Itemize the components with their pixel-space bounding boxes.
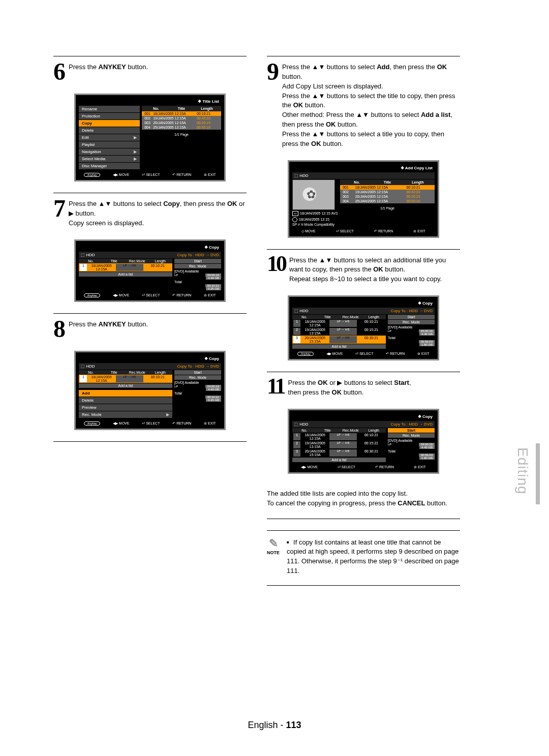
step-7: 7 Press the ▲▼ buttons to select Copy, t…: [53, 193, 247, 228]
step-10: 10 Press the ▲▼ buttons to select an add…: [267, 249, 460, 285]
anykey-icon: Anykey: [84, 293, 100, 297]
title-row: 00118/JAN/2005 12:15A00:10:21: [142, 111, 221, 116]
copy-row: 219/JAN/2005 13:15ALP → HS00:15:21: [292, 327, 386, 336]
note-text: If copy list contains at least one title…: [287, 538, 460, 576]
step-6-number: 6: [53, 61, 65, 82]
menu-edit: Edit▶: [79, 134, 140, 141]
add-a-list: Add a list: [292, 458, 386, 462]
page-indicator: 1/1 Page: [142, 133, 221, 136]
copy-header: No.TitleRec.ModeLength: [79, 259, 172, 263]
step-10-number: 10: [267, 254, 285, 274]
copy-row: 118/JAN/2005 12:15ALP → HS00:10:21: [292, 433, 386, 441]
step-8: 8 Press the ANYKEY button.: [53, 313, 247, 340]
recmode-button: Rec. Mode: [174, 375, 221, 380]
addcopy-row: 00118/JAN/2005 12:15A00:10:21: [340, 185, 435, 190]
page-footer: English - 113: [0, 720, 549, 731]
step-9: 9 Press the ▲▼ buttons to select Add, th…: [267, 56, 460, 149]
start-button: Start: [174, 259, 221, 263]
step-8-text: Press the ANYKEY button.: [69, 318, 148, 329]
menu-recmode: Rec. Mode▶: [79, 411, 172, 418]
step-6: 6 Press the ANYKEY button.: [53, 56, 247, 82]
screen-footer: Anykey ◀▶ MOVE ⏎ SELECT ↶ RETURN ⊘ EXIT: [79, 173, 221, 177]
step-11: 11 Press the OK or ▶ buttons to select S…: [267, 372, 460, 398]
screen-footer: Anykey ◀▶ MOVE ⏎ SELECT ↶ RETURN ⊘ EXIT: [79, 421, 221, 426]
menu-disc-manager: Disc Manager: [79, 163, 140, 169]
screen-title: Copy: [79, 244, 221, 252]
menu-select-media: Select Media▶: [79, 156, 140, 162]
menu-rename: Rename: [79, 106, 140, 112]
copy-screen-start: Copy ⬚ HDDCopy To : HDD → DVD No.TitleRe…: [288, 409, 439, 474]
start-button: Start: [388, 428, 435, 433]
screen-title: Add Copy List: [292, 165, 435, 172]
add-copy-list-screen: Add Copy List ⬚ HDD ▭18/JAN/2005 12:15 A…: [288, 160, 439, 238]
copy-row: 118/JAN/2005 12:15ALP → HS00:10:21: [292, 319, 386, 327]
copy-row: 320/JAN/2005 15:15ALP → HS00:30:21: [292, 449, 386, 457]
title-row: 00219/JAN/2005 12:15A00:40:03: [142, 116, 221, 120]
add-a-list: Add a list: [79, 383, 172, 388]
screen-title: Copy: [292, 300, 435, 308]
copy-header: No.TitleRec.ModeLength: [292, 428, 386, 433]
start-button: Start: [388, 315, 435, 319]
copy-header: No.TitleRec.ModeLength: [79, 370, 172, 375]
menu-navigation: Navigation▶: [79, 148, 140, 155]
add-a-list: Add a list: [79, 272, 172, 277]
recmode-button: Rec. Mode: [388, 433, 435, 438]
screen-footer: Anykey ◀▶ MOVE ⏎ SELECT ↶ RETURN ⊘ EXIT: [79, 293, 221, 297]
recmode-button: Rec. Mode: [174, 264, 221, 268]
step-9-number: 9: [267, 61, 278, 82]
thumbnail: [292, 179, 335, 210]
note-icon: ✎: [267, 538, 280, 549]
page-indicator: 1/1 Page: [340, 206, 435, 210]
menu-protection: Protection: [79, 113, 140, 119]
menu-add: Add: [79, 390, 172, 397]
note-block: ✎ NOTE If copy list contains at least on…: [267, 530, 460, 586]
note-label: NOTE: [267, 550, 280, 555]
section-tab: Editing: [514, 447, 531, 495]
anykey-icon: Anykey: [297, 352, 314, 356]
addcopy-row: 00219/JAN/2005 12:15A00:40:03: [340, 190, 435, 194]
menu-del: Delete: [79, 397, 172, 404]
menu-preview: Preview: [79, 404, 172, 411]
menu-copy: Copy: [79, 120, 140, 127]
copy-header: No.TitleRec.ModeLength: [292, 315, 386, 319]
step-11-text: Press the OK or ▶ buttons to select Star…: [288, 376, 411, 398]
anykey-icon: Anykey: [84, 173, 100, 177]
step-10-text: Press the ▲▼ buttons to select an additi…: [289, 254, 460, 285]
title-list-header: No.TitleLength: [142, 106, 221, 111]
start-button: Start: [174, 370, 221, 375]
addcopy-row: 00320/JAN/2005 12:15A00:20:15: [340, 194, 435, 199]
screen-title: Copy: [292, 413, 435, 421]
screen-footer: Anykey ◀▶ MOVE ⏎ SELECT ↶ RETURN ⊘ EXIT: [292, 352, 435, 356]
step-9-text: Press the ▲▼ buttons to select Add, then…: [282, 61, 460, 149]
step-7-text: Press the ▲▼ buttons to select Copy, the…: [69, 197, 247, 228]
recmode-button: Rec. Mode: [388, 320, 435, 324]
copy-row: 320/JAN/2005 15:15ALP → HS00:30:21: [292, 336, 386, 344]
addcopy-row: 00425/JAN/2005 12:15A00:50:16: [340, 199, 435, 203]
step-6-text: Press the ANYKEY button.: [69, 61, 148, 72]
add-a-list: Add a list: [292, 344, 386, 349]
screen-title: Copy: [79, 355, 221, 363]
screen-footer: ◇ MOVE ⏎ SELECT ↶ RETURN ⊘ EXIT: [292, 229, 435, 233]
copy-row: 118/JAN/2005 12:15ALP → HS00:10:21: [79, 263, 172, 271]
step-7-number: 7: [53, 197, 65, 219]
copy-screen-menu: Copy ⬚ HDDCopy To : HDD → DVD No.TitleRe…: [74, 351, 226, 430]
anykey-icon: Anykey: [84, 421, 100, 426]
copy-screen: Copy ⬚ HDDCopy To : HDD → DVD No.TitleRe…: [74, 239, 226, 302]
title-row: 00320/JAN/2005 12:15A00:20:15: [142, 120, 221, 125]
copy-row: 219/JAN/2005 13:15ALP → HS00:15:21: [292, 441, 386, 449]
screen-title: Title List: [79, 98, 221, 106]
step-8-number: 8: [53, 318, 65, 340]
menu-delete: Delete: [79, 127, 140, 134]
step-11-number: 11: [267, 376, 284, 397]
thumb-index: [536, 443, 540, 504]
addcopy-header: No.TitleLength: [340, 179, 435, 185]
title-row: 00425/JAN/2005 12:15A00:50:16: [142, 125, 221, 130]
menu-playlist: Playlist: [79, 141, 140, 148]
copy-row: 118/JAN/2005 12:15ALP → HS00:10:21: [79, 375, 172, 383]
title-list-screen: Title List Rename Protection Copy Delete…: [74, 94, 226, 182]
copy-screen-multi: Copy ⬚ HDDCopy To : HDD → DVD No.TitleRe…: [288, 295, 439, 360]
screen-footer: ◀▶ MOVE ⏎ SELECT ↶ RETURN ⊘ EXIT: [292, 465, 435, 469]
post-step-11-text: The added title lists are copied into th…: [267, 489, 460, 508]
